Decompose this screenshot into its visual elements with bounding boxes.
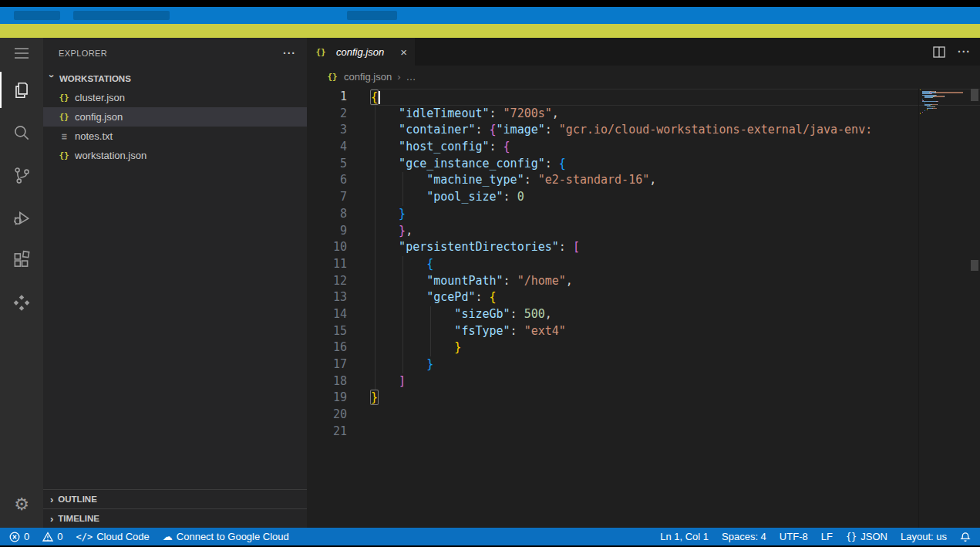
line-content[interactable]: "gce_instance_config": { xyxy=(371,156,980,173)
code-token: : xyxy=(510,324,524,338)
cloud-code-icon[interactable] xyxy=(0,281,43,323)
scrollbar-marker[interactable] xyxy=(971,260,978,271)
code-token: "persistentDirectories" xyxy=(399,240,559,254)
line-number[interactable]: 20 xyxy=(307,407,347,424)
line-number[interactable]: 15 xyxy=(307,323,347,340)
editor-more-icon[interactable]: ··· xyxy=(958,46,971,58)
line-content[interactable]: } xyxy=(371,339,980,356)
line-content[interactable]: "sizeGb": 500, xyxy=(371,306,980,323)
line-number[interactable]: 5 xyxy=(307,156,347,173)
source-control-icon[interactable] xyxy=(0,154,43,196)
code-token: "image" xyxy=(497,123,545,137)
status-item-spaces-4[interactable]: Spaces: 4 xyxy=(722,531,766,542)
status-item-layout-us[interactable]: Layout: us xyxy=(901,531,947,542)
breadcrumb-more[interactable]: … xyxy=(406,71,416,83)
line-content[interactable]: "idleTimeout": "7200s", xyxy=(371,106,980,123)
scrollbar-thumb[interactable] xyxy=(971,89,978,101)
explorer-icon[interactable] xyxy=(0,69,43,111)
line-content[interactable]: "machine_type": "e2-standard-16", xyxy=(371,172,980,189)
menu-icon[interactable] xyxy=(0,38,43,69)
status-bar: 00</>Cloud Code☁Connect to Google Cloud … xyxy=(0,528,980,545)
code-line-3: 3"container": {"image": "gcr.io/cloud-wo… xyxy=(307,122,980,139)
tab-close-icon[interactable]: × xyxy=(400,46,407,59)
section-timeline[interactable]: › TIMELINE xyxy=(43,508,307,528)
line-number[interactable]: 3 xyxy=(307,122,347,139)
line-number[interactable]: 18 xyxy=(307,373,347,390)
settings-gear-icon[interactable]: ⚙ xyxy=(0,487,43,522)
line-content[interactable]: "persistentDirectories": [ xyxy=(371,239,980,256)
code-token: "machine_type" xyxy=(426,173,524,187)
line-content[interactable]: { xyxy=(371,256,980,273)
indent-guide xyxy=(375,206,375,223)
code-token: , xyxy=(552,106,559,120)
indent-guide xyxy=(402,323,403,340)
run-debug-icon[interactable] xyxy=(0,196,43,238)
line-content[interactable]: } xyxy=(371,356,980,373)
code-line-18: 18] xyxy=(307,373,980,390)
line-content[interactable]: }, xyxy=(371,223,980,240)
line-number[interactable]: 4 xyxy=(307,139,347,156)
line-number[interactable]: 7 xyxy=(307,189,347,206)
line-content[interactable] xyxy=(371,424,980,441)
line-content[interactable]: "mountPath": "/home", xyxy=(371,273,980,290)
line-number[interactable]: 16 xyxy=(307,339,347,356)
file-item-config.json[interactable]: {}config.json xyxy=(43,107,307,127)
titlebar-text-blur xyxy=(347,11,397,20)
file-item-workstation.json[interactable]: {}workstation.json xyxy=(43,146,307,165)
section-outline[interactable]: › OUTLINE xyxy=(43,489,307,508)
status-item-0[interactable]: 0 xyxy=(42,531,62,542)
line-content[interactable]: "host_config": { xyxy=(371,139,980,156)
line-number[interactable]: 2 xyxy=(307,106,347,123)
explorer-more-icon[interactable]: ··· xyxy=(283,47,296,59)
editor-scrollbar[interactable] xyxy=(969,87,980,528)
line-content[interactable]: } xyxy=(371,390,980,407)
split-editor-icon[interactable] xyxy=(933,46,945,58)
status-item-json[interactable]: {}JSON xyxy=(846,531,887,542)
code-line-11: 11{ xyxy=(307,256,980,273)
line-content[interactable]: } xyxy=(371,206,980,223)
status-item-utf-8[interactable]: UTF-8 xyxy=(780,531,808,542)
minimap[interactable] xyxy=(918,89,969,528)
line-number[interactable]: 13 xyxy=(307,289,347,306)
line-number[interactable]: 19 xyxy=(307,390,347,407)
section-workstations[interactable]: › WORKSTATIONS xyxy=(43,69,307,88)
indent-guide xyxy=(375,239,375,256)
line-number[interactable]: 14 xyxy=(307,306,347,323)
breadcrumb-file[interactable]: config.json xyxy=(344,71,392,83)
status-item-cloud-code[interactable]: </>Cloud Code xyxy=(76,531,149,542)
file-item-notes.txt[interactable]: ≡notes.txt xyxy=(43,127,307,146)
line-content[interactable]: ] xyxy=(371,373,980,390)
code-token: , xyxy=(406,224,413,238)
status-item-ln-1-col-1[interactable]: Ln 1, Col 1 xyxy=(660,531,709,542)
line-number[interactable]: 12 xyxy=(307,273,347,290)
status-left: 00</>Cloud Code☁Connect to Google Cloud xyxy=(9,531,289,542)
line-content[interactable]: "container": {"image": "gcr.io/cloud-wor… xyxy=(371,122,980,139)
tab-config-json[interactable]: {} config.json × xyxy=(307,38,415,66)
status-label: LF xyxy=(821,531,833,542)
line-content[interactable]: "gcePd": { xyxy=(371,289,980,306)
line-number[interactable]: 17 xyxy=(307,356,347,373)
status-item-connect-to-google-cloud[interactable]: ☁Connect to Google Cloud xyxy=(163,531,289,542)
line-number[interactable]: 11 xyxy=(307,256,347,273)
status-item-bell[interactable] xyxy=(960,532,971,542)
line-content[interactable] xyxy=(371,407,980,424)
line-number[interactable]: 21 xyxy=(307,424,347,441)
file-item-cluster.json[interactable]: {}cluster.json xyxy=(43,88,307,107)
line-number[interactable]: 10 xyxy=(307,239,347,256)
code-token: "/home" xyxy=(517,274,566,288)
line-content[interactable]: "pool_size": 0 xyxy=(371,189,980,206)
indent-guide xyxy=(375,373,375,390)
line-content[interactable]: "fsType": "ext4" xyxy=(371,323,980,340)
status-item-0[interactable]: 0 xyxy=(9,531,29,542)
line-number[interactable]: 8 xyxy=(307,206,347,223)
line-number[interactable]: 6 xyxy=(307,172,347,189)
line-number[interactable]: 1 xyxy=(307,89,347,106)
json-file-icon: {} xyxy=(58,150,70,160)
status-item-lf[interactable]: LF xyxy=(821,531,833,542)
code-line-8: 8} xyxy=(307,206,980,223)
search-icon[interactable] xyxy=(0,111,43,154)
line-content[interactable]: { xyxy=(371,89,980,106)
line-number[interactable]: 9 xyxy=(307,223,347,240)
code-token: , xyxy=(649,173,656,187)
extensions-icon[interactable] xyxy=(0,238,43,281)
